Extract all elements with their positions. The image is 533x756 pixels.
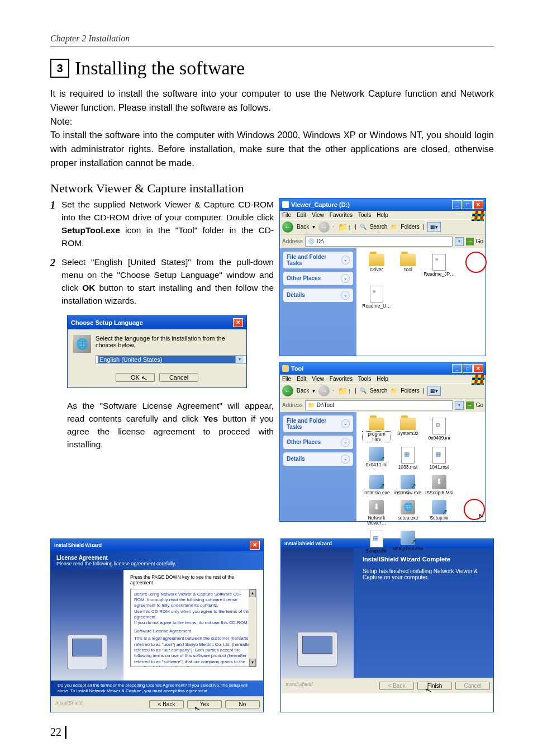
search-label[interactable]: Search bbox=[370, 388, 388, 394]
file-area[interactable]: program files System32 0x0409.ini 0x0411… bbox=[356, 412, 486, 521]
go-icon[interactable]: → bbox=[466, 238, 474, 245]
chevron-icon[interactable]: ⌄ bbox=[341, 256, 350, 264]
toolbar: ← Back▾ →· 📁↑ | 🔍Search 📁Folders | ▦▾ bbox=[280, 383, 486, 399]
ok-button[interactable]: OK bbox=[116, 373, 155, 382]
file-isscript8-msi[interactable]: ⬇ISScript8.Msi bbox=[425, 475, 454, 495]
minimize-icon[interactable]: _ bbox=[452, 364, 462, 373]
side-details[interactable]: Details⌄ bbox=[283, 452, 353, 466]
chevron-icon[interactable]: ⌄ bbox=[341, 291, 350, 300]
scroll-down-icon[interactable]: ▼ bbox=[249, 659, 256, 667]
address-field[interactable]: 💿 D:\ bbox=[305, 237, 453, 247]
menu-tools[interactable]: Tools bbox=[358, 376, 371, 382]
license-instruction: As the "Software License Agreement" will… bbox=[50, 399, 274, 451]
file-1041-mst[interactable]: 1041.mst bbox=[425, 447, 454, 470]
chevron-down-icon[interactable]: ▾ bbox=[455, 401, 464, 410]
side-file-folder-tasks[interactable]: File and Folder Tasks⌄ bbox=[283, 252, 353, 268]
chevron-icon[interactable]: ⌄ bbox=[341, 455, 350, 464]
menu-tools[interactable]: Tools bbox=[358, 212, 371, 218]
window-titlebar[interactable]: Viewer_Capture (D:) _ □ ✕ bbox=[280, 199, 486, 211]
file-0x0411-ini[interactable]: 0x0411.ini bbox=[362, 447, 391, 470]
menu-help[interactable]: Help bbox=[377, 376, 388, 382]
file-setup-ini[interactable]: Setup.ini bbox=[425, 500, 454, 526]
menu-edit[interactable]: Edit bbox=[297, 212, 306, 218]
back-button[interactable]: < Back bbox=[149, 700, 184, 708]
chevron-down-icon[interactable]: ▼ bbox=[235, 356, 244, 363]
forward-icon[interactable]: → bbox=[318, 385, 330, 396]
file-setup-skin[interactable]: Setup.skin bbox=[362, 531, 391, 554]
forward-icon[interactable]: → bbox=[318, 221, 330, 233]
folders-label[interactable]: Folders bbox=[401, 224, 419, 230]
file-instmsiw[interactable]: instmsiw.exe bbox=[393, 475, 422, 495]
file-instmsia[interactable]: instmsia.exe bbox=[362, 475, 391, 495]
menu-view[interactable]: View bbox=[312, 212, 324, 218]
menu-view[interactable]: View bbox=[312, 376, 324, 382]
file-readme-jp[interactable]: Readme_JP… bbox=[425, 254, 454, 277]
search-icon[interactable]: 🔍 bbox=[360, 224, 367, 230]
file-setup-exe[interactable]: 🌐setup.exe bbox=[393, 500, 422, 526]
chevron-icon[interactable]: ⌄ bbox=[341, 274, 350, 283]
close-icon[interactable]: ✕ bbox=[250, 541, 260, 550]
back-label[interactable]: Back bbox=[297, 224, 309, 230]
folders-label[interactable]: Folders bbox=[401, 388, 419, 394]
folders-icon[interactable]: 📁 bbox=[391, 224, 397, 230]
file-0x0409-ini[interactable]: 0x0409.ini bbox=[425, 418, 454, 443]
side-other-places[interactable]: Other Places⌄ bbox=[283, 436, 353, 449]
back-icon[interactable]: ← bbox=[282, 221, 293, 233]
go-icon[interactable]: → bbox=[466, 401, 474, 409]
no-button[interactable]: No bbox=[225, 700, 260, 708]
menubar[interactable]: File Edit View Favorites Tools Help bbox=[280, 211, 486, 219]
side-details[interactable]: Details⌄ bbox=[283, 289, 353, 302]
folder-icon bbox=[400, 254, 416, 266]
menu-edit[interactable]: Edit bbox=[297, 376, 306, 382]
file-setuptool-exe[interactable]: SetupTool.exe bbox=[393, 531, 422, 554]
menubar[interactable]: File Edit View Favorites Tools Help bbox=[280, 375, 486, 383]
menu-favorites[interactable]: Favorites bbox=[330, 212, 353, 218]
go-label[interactable]: Go bbox=[476, 238, 483, 244]
folder-system32[interactable]: System32 bbox=[393, 418, 422, 443]
window-titlebar[interactable]: Tool _ □ ✕ bbox=[280, 362, 486, 375]
yes-button[interactable]: Yes bbox=[187, 700, 222, 708]
folder-program-files[interactable]: program files bbox=[362, 418, 391, 443]
menu-file[interactable]: File bbox=[282, 212, 291, 218]
license-textbox[interactable]: Before using Network Viewer & Capture So… bbox=[130, 589, 256, 667]
close-icon[interactable]: ✕ bbox=[473, 364, 483, 373]
wizard-titlebar[interactable]: InstallShield Wizard ✕ bbox=[51, 539, 263, 551]
search-label[interactable]: Search bbox=[370, 224, 388, 230]
views-icon[interactable]: ▦▾ bbox=[427, 222, 441, 232]
file-readme-u[interactable]: Readme_U… bbox=[362, 286, 391, 309]
search-icon[interactable]: 🔍 bbox=[360, 388, 367, 394]
close-icon[interactable]: ✕ bbox=[233, 318, 243, 327]
up-icon[interactable]: 📁↑ bbox=[338, 223, 351, 231]
side-file-folder-tasks[interactable]: File and Folder Tasks⌄ bbox=[283, 415, 353, 432]
scrollbar[interactable]: ▲ ▼ bbox=[249, 589, 256, 667]
up-icon[interactable]: 📁↑ bbox=[338, 386, 351, 395]
maximize-icon[interactable]: □ bbox=[463, 364, 473, 373]
go-label[interactable]: Go bbox=[476, 402, 483, 408]
chevron-icon[interactable]: ⌄ bbox=[341, 419, 350, 428]
file-area[interactable]: Driver Tool Readme_JP… Readme_U… bbox=[356, 248, 486, 356]
language-dropdown[interactable]: English (United States) ▼ bbox=[96, 355, 246, 364]
folder-driver[interactable]: Driver bbox=[362, 254, 391, 277]
menu-file[interactable]: File bbox=[282, 376, 291, 382]
folder-tool[interactable]: Tool bbox=[393, 254, 422, 277]
finish-button[interactable]: Finish bbox=[417, 682, 452, 690]
chevron-icon[interactable]: ⌄ bbox=[341, 438, 350, 447]
scroll-up-icon[interactable]: ▲ bbox=[249, 589, 256, 597]
back-label[interactable]: Back bbox=[297, 388, 309, 394]
cancel-button[interactable]: Cancel bbox=[159, 373, 198, 382]
menu-favorites[interactable]: Favorites bbox=[330, 376, 353, 382]
file-1033-mst[interactable]: 1033.mst bbox=[393, 447, 422, 470]
chevron-down-icon[interactable]: ▾ bbox=[455, 237, 464, 246]
address-field[interactable]: 📁 D:\Tool bbox=[305, 400, 453, 410]
folders-icon[interactable]: 📁 bbox=[391, 388, 397, 394]
menu-help[interactable]: Help bbox=[377, 212, 388, 218]
minimize-icon[interactable]: _ bbox=[452, 200, 462, 209]
drive-icon bbox=[282, 201, 289, 208]
back-icon[interactable]: ← bbox=[282, 385, 293, 396]
dialog-titlebar: Choose Setup Language ✕ bbox=[68, 316, 246, 329]
maximize-icon[interactable]: □ bbox=[463, 200, 473, 209]
side-other-places[interactable]: Other Places⌄ bbox=[283, 272, 353, 285]
views-icon[interactable]: ▦▾ bbox=[427, 386, 441, 396]
file-network-viewer[interactable]: ⬇Network Viewer… bbox=[362, 500, 391, 526]
close-icon[interactable]: ✕ bbox=[473, 200, 483, 209]
